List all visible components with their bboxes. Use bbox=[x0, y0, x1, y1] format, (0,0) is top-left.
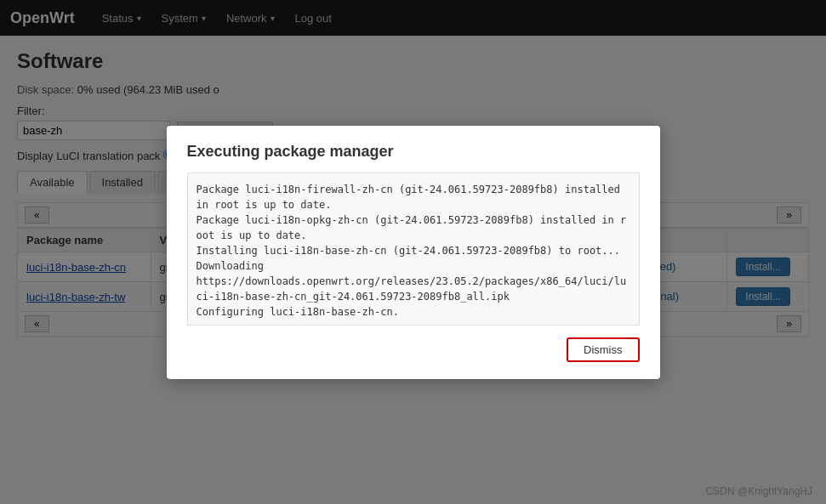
modal-footer: Dismiss bbox=[187, 337, 640, 351]
dismiss-button[interactable]: Dismiss bbox=[567, 337, 640, 351]
modal-dialog: Executing package manager Package luci-i… bbox=[167, 126, 660, 351]
modal-log: Package luci-i18n-firewall-zh-cn (git-24… bbox=[187, 173, 640, 326]
modal-title: Executing package manager bbox=[187, 143, 640, 161]
modal-overlay: Executing package manager Package luci-i… bbox=[0, 0, 826, 350]
